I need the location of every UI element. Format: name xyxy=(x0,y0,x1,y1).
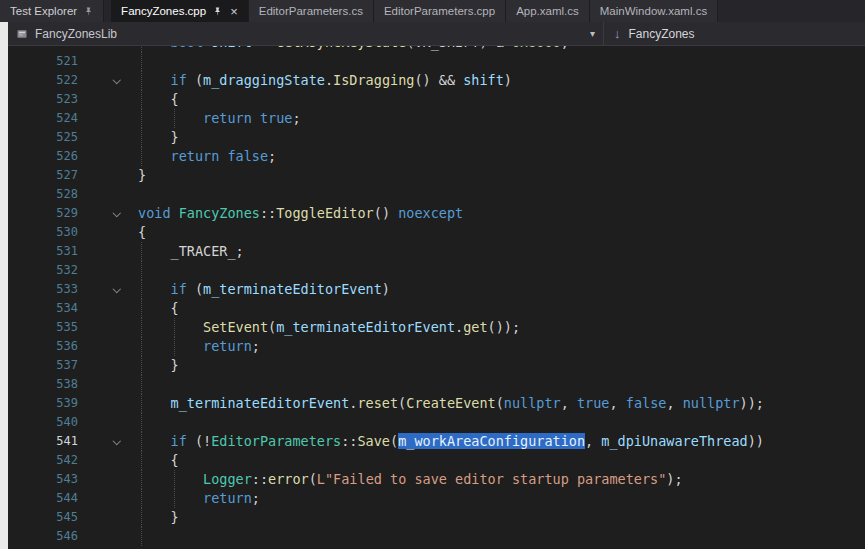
fold-chevron-icon[interactable] xyxy=(88,280,138,299)
fold-margin xyxy=(88,299,138,318)
tab-MainWindow.xaml.cs[interactable]: MainWindow.xaml.cs xyxy=(590,0,718,22)
code-text: _TRACER_; xyxy=(138,242,865,261)
fold-margin xyxy=(88,128,138,147)
indent-guide xyxy=(141,261,142,280)
code-line-528: 528 xyxy=(8,185,865,204)
indent-guide xyxy=(174,489,175,508)
code-text xyxy=(138,185,865,204)
tab-test-explorer[interactable]: Test Explorer xyxy=(0,0,104,22)
indent-guide xyxy=(141,451,142,470)
code-line-543: 543 Logger::error(L"Failed to save edito… xyxy=(8,470,865,489)
fold-margin xyxy=(88,52,138,71)
code-text: { xyxy=(138,451,865,470)
code-text: { xyxy=(138,299,865,318)
indent-guide xyxy=(141,413,142,432)
indent-guide xyxy=(141,375,142,394)
code-line-521: 521 xyxy=(8,52,865,71)
line-number: 523 xyxy=(8,90,88,109)
code-text: m_terminateEditorEvent.reset(CreateEvent… xyxy=(138,394,865,413)
line-number: 533 xyxy=(8,280,88,299)
fold-margin xyxy=(88,223,138,242)
tab-label: MainWindow.xaml.cs xyxy=(600,5,707,17)
code-line-544: 544 return; xyxy=(8,489,865,508)
code-line-541: 541 if (!EditorParameters::Save(m_workAr… xyxy=(8,432,865,451)
fold-margin xyxy=(88,470,138,489)
fold-margin xyxy=(88,166,138,185)
code-line-546: 546 xyxy=(8,527,865,546)
tab-EditorParameters.cpp[interactable]: EditorParameters.cpp xyxy=(374,0,506,22)
close-icon[interactable]: × xyxy=(230,5,238,18)
fold-margin xyxy=(88,489,138,508)
code-editor[interactable]: 520 bool shift = GetAsyncKeyState(VK_SHI… xyxy=(8,46,865,549)
line-number: 524 xyxy=(8,109,88,128)
indent-guide xyxy=(141,508,142,527)
fold-chevron-icon[interactable] xyxy=(88,204,138,223)
code-line-538: 538 xyxy=(8,375,865,394)
indent-guide xyxy=(141,432,142,451)
code-line-537: 537 } xyxy=(8,356,865,375)
code-line-534: 534 { xyxy=(8,299,865,318)
indent-guide xyxy=(141,109,142,128)
code-text: } xyxy=(138,356,865,375)
project-dropdown[interactable]: FancyZonesLib ▾ xyxy=(8,22,603,45)
code-line-542: 542 { xyxy=(8,451,865,470)
line-number: 526 xyxy=(8,147,88,166)
code-line-535: 535 SetEvent(m_terminateEditorEvent.get(… xyxy=(8,318,865,337)
member-dropdown[interactable]: ↓ FancyZones xyxy=(603,22,865,45)
code-line-525: 525 } xyxy=(8,128,865,147)
fold-margin xyxy=(88,508,138,527)
fold-margin xyxy=(88,185,138,204)
fold-margin xyxy=(88,413,138,432)
code-text: Logger::error(L"Failed to save editor st… xyxy=(138,470,865,489)
code-text: SetEvent(m_terminateEditorEvent.get()); xyxy=(138,318,865,337)
indent-guide xyxy=(141,527,142,546)
fold-chevron-icon[interactable] xyxy=(88,432,138,451)
line-number: 521 xyxy=(8,52,88,71)
fold-margin xyxy=(88,90,138,109)
line-number: 546 xyxy=(8,527,88,546)
tab-bar: Test Explorer FancyZones.cpp×EditorParam… xyxy=(0,0,865,22)
tab-EditorParameters.cs[interactable]: EditorParameters.cs xyxy=(249,0,374,22)
line-number: 541 xyxy=(8,432,88,451)
tab-label: FancyZones.cpp xyxy=(121,5,206,17)
arrow-down-icon: ↓ xyxy=(614,26,621,41)
tab-FancyZones.cpp[interactable]: FancyZones.cpp× xyxy=(111,0,249,22)
fold-margin xyxy=(88,356,138,375)
indent-guide xyxy=(174,318,175,337)
fold-margin xyxy=(88,318,138,337)
tab-label: EditorParameters.cs xyxy=(259,5,363,17)
tool-window-scrollbar[interactable] xyxy=(0,22,8,549)
code-line-531: 531 _TRACER_; xyxy=(8,242,865,261)
line-number: 522 xyxy=(8,71,88,90)
line-number: 535 xyxy=(8,318,88,337)
line-number: 544 xyxy=(8,489,88,508)
fold-margin xyxy=(88,375,138,394)
fold-chevron-icon[interactable] xyxy=(88,71,138,90)
code-line-539: 539 m_terminateEditorEvent.reset(CreateE… xyxy=(8,394,865,413)
code-line-522: 522 if (m_draggingState.IsDragging() && … xyxy=(8,71,865,90)
code-line-533: 533 if (m_terminateEditorEvent) xyxy=(8,280,865,299)
selected-text[interactable]: m_workAreaConfiguration xyxy=(398,433,585,449)
code-line-524: 524 return true; xyxy=(8,109,865,128)
pin-icon[interactable] xyxy=(213,7,222,16)
indent-guide xyxy=(141,470,142,489)
tab-label: EditorParameters.cpp xyxy=(384,5,495,17)
tab-label: Test Explorer xyxy=(10,5,77,17)
line-number: 543 xyxy=(8,470,88,489)
chevron-down-icon[interactable]: ▾ xyxy=(590,28,595,39)
code-text xyxy=(138,527,865,546)
code-text: return true; xyxy=(138,109,865,128)
line-number: 539 xyxy=(8,394,88,413)
fold-margin xyxy=(88,147,138,166)
code-text: return; xyxy=(138,337,865,356)
pin-icon[interactable] xyxy=(84,7,93,16)
tab-App.xaml.cs[interactable]: App.xaml.cs xyxy=(506,0,590,22)
tab-label: App.xaml.cs xyxy=(516,5,579,17)
fold-margin xyxy=(88,242,138,261)
code-text: if (!EditorParameters::Save(m_workAreaCo… xyxy=(138,432,865,451)
code-line-526: 526 return false; xyxy=(8,147,865,166)
fold-margin xyxy=(88,337,138,356)
fold-margin xyxy=(88,527,138,546)
project-name: FancyZonesLib xyxy=(35,27,117,41)
code-line-529: 529void FancyZones::ToggleEditor() noexc… xyxy=(8,204,865,223)
